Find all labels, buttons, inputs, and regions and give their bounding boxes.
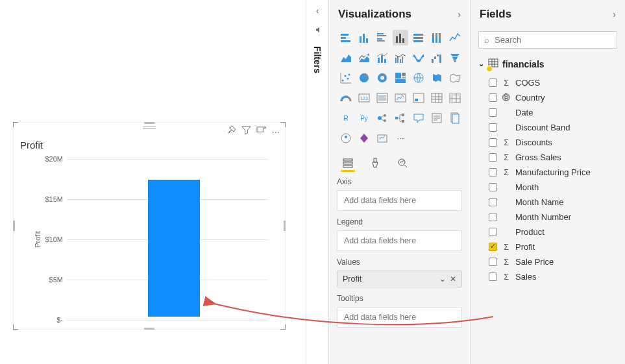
viz-line-icon[interactable] — [447, 30, 463, 45]
chart-bar[interactable] — [148, 180, 200, 317]
field-row[interactable]: Month Number — [471, 210, 625, 224]
visualization-gallery: 123 R Py ··· — [329, 29, 470, 151]
resize-handle-br[interactable] — [280, 324, 286, 330]
speaker-icon[interactable]: 🔈︎ — [313, 25, 322, 34]
viz-pie-icon[interactable] — [356, 70, 372, 86]
resize-handle-tr[interactable] — [280, 122, 286, 127]
viz-powerapps-icon[interactable] — [356, 130, 372, 146]
field-checkbox[interactable] — [489, 138, 497, 147]
field-checkbox[interactable] — [489, 153, 497, 162]
viz-stacked-area-icon[interactable] — [356, 50, 372, 66]
viz-slicer-icon[interactable] — [411, 90, 426, 106]
viz-matrix-icon[interactable] — [447, 90, 463, 106]
viz-scatter-icon[interactable] — [338, 70, 354, 86]
field-row[interactable]: Month Name — [471, 195, 625, 210]
chevron-right-icon[interactable]: › — [613, 9, 616, 19]
resize-handle-b[interactable] — [144, 328, 154, 330]
resize-handle-t[interactable] — [144, 122, 154, 124]
viz-arcgis-icon[interactable] — [338, 130, 354, 146]
chevron-left-icon[interactable]: ‹ — [316, 6, 319, 16]
tab-fields[interactable] — [341, 155, 355, 172]
viz-ribbon-icon[interactable] — [411, 50, 426, 66]
field-checkbox[interactable] — [489, 228, 497, 236]
more-options-icon[interactable]: ··· — [271, 126, 280, 137]
field-row[interactable]: ΣSales — [471, 269, 625, 284]
field-row[interactable]: Month — [471, 180, 625, 195]
well-legend-dropzone[interactable]: Add data fields here — [337, 230, 462, 251]
viz-filled-map-icon[interactable] — [429, 70, 445, 86]
field-row[interactable]: ΣDiscounts — [471, 135, 625, 150]
viz-multi-row-card-icon[interactable] — [374, 90, 390, 106]
well-tooltips-dropzone[interactable]: Add data fields here — [337, 307, 462, 328]
viz-kpi-icon[interactable] — [393, 90, 408, 106]
viz-gauge-icon[interactable] — [338, 90, 354, 106]
viz-100-stacked-bar-icon[interactable] — [411, 30, 426, 45]
viz-line-stacked-column-icon[interactable] — [374, 50, 390, 66]
viz-stacked-bar-icon[interactable] — [338, 30, 354, 45]
field-row[interactable]: ΣCOGS — [471, 75, 625, 90]
filters-pane-collapsed[interactable]: ‹ 🔈︎ Filters — [306, 0, 329, 364]
viz-line-clustered-column-icon[interactable] — [393, 50, 408, 66]
field-checkbox[interactable] — [489, 243, 497, 251]
well-axis-dropzone[interactable]: Add data fields here — [337, 190, 462, 211]
tab-format[interactable] — [368, 155, 382, 172]
field-checkbox[interactable] — [489, 79, 497, 87]
field-checkbox[interactable] — [489, 93, 497, 102]
drag-grip-icon[interactable] — [143, 127, 156, 130]
field-row[interactable]: ΣProfit — [471, 239, 625, 254]
field-checkbox[interactable] — [489, 273, 497, 281]
chevron-down-icon[interactable]: ⌄ — [439, 274, 446, 284]
remove-field-icon[interactable]: ✕ — [450, 274, 456, 284]
field-checkbox[interactable] — [489, 183, 497, 191]
field-checkbox[interactable] — [489, 108, 497, 117]
fields-search[interactable]: ⌕ Search — [478, 31, 617, 49]
viz-decomposition-tree-icon[interactable] — [393, 110, 408, 126]
viz-funnel-icon[interactable] — [447, 50, 463, 66]
viz-card-icon[interactable]: 123 — [356, 90, 372, 106]
viz-shape-map-icon[interactable] — [447, 70, 463, 86]
viz-python-icon[interactable]: Py — [356, 110, 372, 126]
viz-clustered-column-icon[interactable] — [393, 30, 408, 45]
field-row[interactable]: 🌐︎Country — [471, 90, 625, 105]
well-values-chip[interactable]: Profit ⌄ ✕ — [337, 271, 462, 287]
viz-clustered-bar-icon[interactable] — [374, 30, 390, 45]
field-row[interactable]: ΣGross Sales — [471, 150, 625, 165]
viz-area-icon[interactable] — [338, 50, 354, 66]
field-checkbox[interactable] — [489, 198, 497, 206]
filter-icon[interactable] — [241, 125, 251, 137]
viz-get-more-icon[interactable]: ··· — [393, 130, 408, 146]
report-canvas[interactable]: ··· Profit Profit $20M $15M $10M $5M $- — [0, 0, 306, 364]
chart-visual[interactable]: ··· Profit Profit $20M $15M $10M $5M $- — [13, 122, 286, 330]
viz-qa-icon[interactable] — [411, 110, 426, 126]
viz-table-icon[interactable] — [429, 90, 445, 106]
table-header[interactable]: ⌄ financials — [471, 55, 625, 75]
tab-analytics[interactable] — [395, 155, 410, 172]
viz-donut-icon[interactable] — [374, 70, 390, 86]
viz-key-influencers-icon[interactable] — [374, 110, 390, 126]
field-checkbox[interactable] — [489, 168, 497, 176]
field-checkbox[interactable] — [489, 123, 497, 132]
resize-handle-tl[interactable] — [13, 122, 18, 127]
viz-treemap-icon[interactable] — [393, 70, 408, 86]
chevron-right-icon[interactable]: › — [458, 9, 461, 19]
field-row[interactable]: ΣManufacturing Price — [471, 165, 625, 180]
resize-handle-l[interactable] — [13, 221, 15, 231]
resize-handle-bl[interactable] — [13, 324, 18, 330]
field-row[interactable]: Date — [471, 105, 625, 120]
viz-map-icon[interactable] — [411, 70, 426, 86]
field-checkbox[interactable] — [489, 213, 497, 221]
viz-paginated-icon[interactable] — [447, 110, 463, 126]
pin-icon[interactable] — [227, 125, 236, 137]
field-row[interactable]: ΣSale Price — [471, 254, 625, 269]
resize-handle-r[interactable] — [284, 221, 286, 231]
viz-stacked-column-icon[interactable] — [356, 30, 372, 45]
focus-mode-icon[interactable] — [256, 125, 266, 137]
field-checkbox[interactable] — [489, 258, 497, 266]
field-row[interactable]: Discount Band — [471, 120, 625, 135]
viz-azure-map-icon[interactable] — [374, 130, 390, 146]
viz-r-script-icon[interactable]: R — [338, 110, 354, 126]
viz-waterfall-icon[interactable] — [429, 50, 445, 66]
viz-narrative-icon[interactable] — [429, 110, 445, 126]
viz-100-stacked-column-icon[interactable] — [429, 30, 445, 45]
field-row[interactable]: Product — [471, 224, 625, 239]
